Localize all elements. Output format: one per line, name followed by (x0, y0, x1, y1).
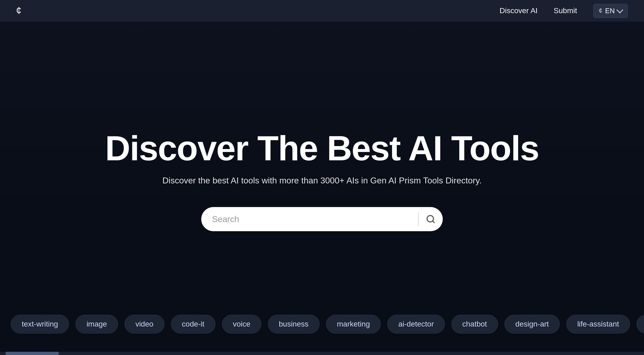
svg-line-1 (433, 221, 434, 223)
tag-pill-text-writing[interactable]: text-writing (11, 315, 69, 334)
tag-pill-image[interactable]: image (75, 315, 118, 334)
tag-pill-design-art[interactable]: design-art (504, 315, 560, 334)
search-icon (426, 214, 436, 224)
hero-content: Discover The Best AI Tools Discover the … (105, 129, 539, 186)
nav-discover-ai[interactable]: Discover AI (500, 6, 538, 15)
navbar: ¢ Discover AI Submit ¢ EN (0, 0, 644, 21)
language-selector[interactable]: ¢ EN (593, 4, 628, 18)
tag-pill-3d[interactable]: 3d (636, 315, 644, 334)
scrollbar-thumb (5, 352, 59, 355)
hero-title: Discover The Best AI Tools (105, 129, 539, 168)
tag-pill-voice[interactable]: voice (222, 315, 261, 334)
tag-pill-business[interactable]: business (268, 315, 320, 334)
search-input[interactable] (201, 207, 418, 231)
navbar-right: Discover AI Submit ¢ EN (500, 4, 628, 18)
tag-pill-video[interactable]: video (125, 315, 164, 334)
nav-submit[interactable]: Submit (554, 6, 577, 15)
search-bar (201, 207, 443, 231)
tags-row: text-writingimagevideocode-itvoicebusine… (0, 315, 644, 334)
tag-pill-marketing[interactable]: marketing (326, 315, 381, 334)
chevron-down-icon (616, 6, 623, 13)
hero-section: Discover The Best AI Tools Discover the … (0, 0, 644, 355)
bottom-scrollbar[interactable] (0, 352, 644, 355)
tag-pill-chatbot[interactable]: chatbot (451, 315, 498, 334)
language-label: EN (605, 7, 615, 15)
tag-pill-code-it[interactable]: code-it (171, 315, 215, 334)
hero-subtitle: Discover the best AI tools with more tha… (162, 176, 482, 186)
logo[interactable]: ¢ (16, 5, 21, 16)
tag-pill-ai-detector[interactable]: ai-detector (387, 315, 445, 334)
cent-icon: ¢ (599, 7, 602, 15)
tag-pill-life-assistant[interactable]: life-assistant (566, 315, 630, 334)
search-button[interactable] (419, 207, 443, 231)
